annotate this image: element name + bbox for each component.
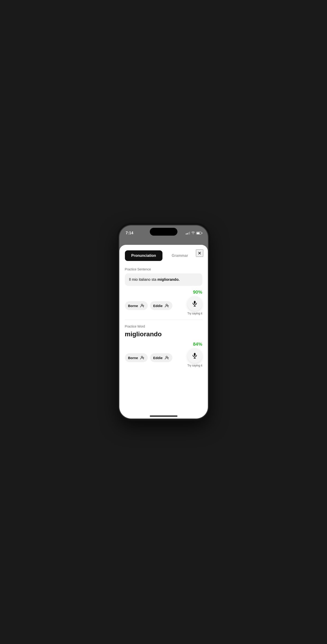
svg-point-8: [166, 356, 167, 358]
score-row-2: 84%: [125, 342, 202, 347]
signal-icon: [186, 232, 190, 234]
status-time: 7:14: [126, 231, 133, 235]
mic-wrapper-2: Try saying it: [187, 348, 202, 367]
mic-label-2: Try saying it: [187, 364, 202, 367]
voice-chip-eddie-2-label: Eddie: [153, 356, 163, 360]
mic-wrapper-1: Try saying it: [187, 296, 202, 315]
svg-point-3: [166, 304, 167, 306]
voice-chip-eddie-1-label: Eddie: [153, 304, 163, 308]
phone-frame: 7:14: [119, 225, 209, 419]
voice-row-1: Borne Eddie: [125, 296, 202, 315]
score-2: 84%: [193, 342, 202, 347]
score-1: 90%: [193, 290, 202, 295]
voice-icon-eddie-1: [164, 303, 169, 308]
tab-grammar[interactable]: Grammar: [165, 250, 194, 261]
voice-icon-borne-1: [139, 303, 145, 308]
practice-word-label: Practice Word: [125, 324, 202, 328]
tab-pronunciation[interactable]: Pronunciation: [125, 250, 163, 261]
voice-chip-eddie-1[interactable]: Eddie: [150, 301, 172, 310]
tabs-row: Pronunciation Grammar: [125, 250, 202, 261]
voice-row-2: Borne Eddie: [125, 348, 202, 367]
close-button[interactable]: [196, 250, 203, 257]
practice-word-text: migliorando: [125, 330, 202, 338]
voice-chip-eddie-2[interactable]: Eddie: [150, 353, 172, 362]
home-indicator: [150, 416, 177, 417]
voice-chip-borne-2-label: Borne: [128, 356, 138, 360]
practice-sentence-section: Practice Sentence Il mio italiano sta mi…: [125, 268, 202, 315]
svg-point-7: [141, 356, 143, 358]
mic-button-1[interactable]: [187, 296, 202, 311]
voice-chip-borne-1-label: Borne: [128, 304, 138, 308]
svg-rect-9: [194, 353, 196, 356]
status-icons: [186, 231, 201, 235]
mic-label-1: Try saying it: [187, 312, 202, 315]
svg-point-2: [141, 304, 143, 306]
sentence-bold: migliorando.: [157, 278, 180, 282]
wifi-icon: [191, 231, 195, 235]
sentence-box: Il mio italiano sta migliorando.: [125, 274, 202, 286]
voice-chip-borne-2[interactable]: Borne: [125, 353, 148, 362]
score-row-1: 90%: [125, 290, 202, 295]
voice-icon-eddie-2: [164, 355, 169, 360]
dynamic-island: [150, 228, 177, 236]
modal-sheet: Pronunciation Grammar Practice Sentence …: [119, 245, 208, 418]
battery-icon: [196, 232, 201, 234]
svg-rect-4: [194, 301, 196, 304]
practice-sentence-label: Practice Sentence: [125, 268, 202, 271]
voice-icon-borne-2: [139, 355, 145, 360]
practice-word-section: Practice Word migliorando 84% Borne: [125, 324, 202, 367]
divider: [125, 320, 202, 320]
mic-button-2[interactable]: [187, 348, 202, 363]
sentence-plain: Il mio italiano sta: [129, 278, 158, 282]
content-area: Pronunciation Grammar Practice Sentence …: [119, 238, 208, 418]
voice-chip-borne-1[interactable]: Borne: [125, 301, 148, 310]
